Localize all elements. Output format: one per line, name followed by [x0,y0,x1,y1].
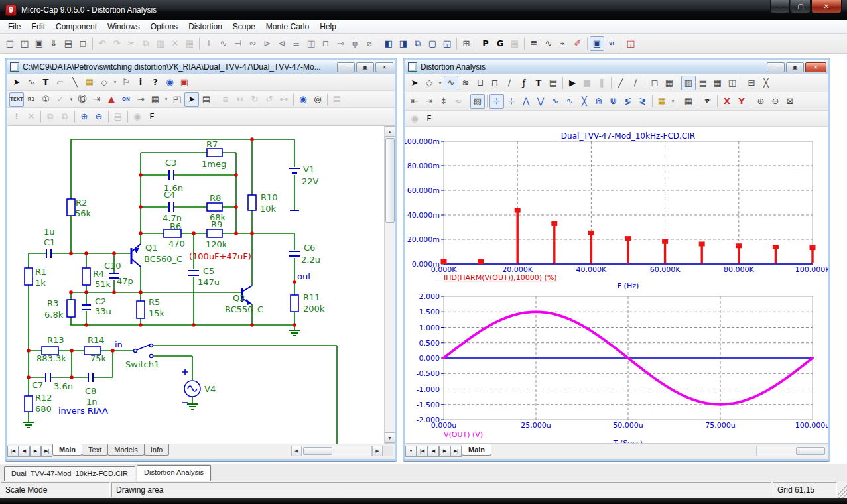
numeric-output-button[interactable]: ▦ [681,94,696,109]
hscroll-track[interactable] [302,446,372,456]
branch-dropdown[interactable]: ▾ [669,94,677,109]
schematic-window[interactable]: C:\MC9\DATA\Petrov\switching distortion\… [5,58,397,461]
inductor-component-button[interactable]: ∾ [245,36,260,51]
step-forward-button[interactable]: ⧉ [58,109,72,124]
pin-connections-button[interactable]: ⊸ [133,92,148,107]
state-display-button[interactable]: ON [119,92,133,107]
border-display-button[interactable]: ◰ [170,92,184,107]
cursor-horizontal-button[interactable]: ⊹ [489,94,504,109]
font-button[interactable]: F [145,109,159,124]
find-button[interactable]: ◉ [296,92,310,107]
tangent-button[interactable]: ╳ [759,76,773,90]
next-sheet-button[interactable]: ▶ [30,446,41,457]
analysis-maximize-button[interactable]: ▣ [786,62,804,72]
first-sheet-button[interactable]: |◀ [7,446,19,457]
capacitor-component-button[interactable]: ⊣ [231,36,245,51]
ground-component-button[interactable]: ⊥ [202,36,216,51]
menu-item[interactable]: Monte Carlo [261,21,314,32]
document-tab[interactable]: Dual_TVV-47-Mod_10kHz-FCD.CIR [4,466,135,481]
measure-horizontal-button[interactable]: ⊔ [473,76,488,90]
menu-item[interactable]: Scope [228,21,261,32]
current-display-button[interactable]: ⇥ [90,92,104,107]
first-page-button[interactable]: |◀ [417,446,428,457]
save-button[interactable]: ▣ [32,36,46,51]
scroll-down-icon[interactable]: ▼ [385,432,395,443]
help-mode-button[interactable]: ? [148,75,163,90]
analysis-minimize-button[interactable]: — [767,62,785,72]
menu-item[interactable]: Help [314,21,342,32]
pause-button[interactable]: ∥ [594,76,609,90]
diode-component-button[interactable]: ⊳ [260,36,275,51]
x-axis-settings-button[interactable]: X [720,94,734,109]
periodic-steady-state-button[interactable]: 'P' [700,94,715,109]
tile-horizontal-button[interactable]: ◨ [396,36,411,51]
select-all-button[interactable]: ▦ [182,36,197,51]
error-button[interactable]: ! [9,109,24,124]
rotate-button[interactable]: ↻ [247,92,262,107]
tag-horizontal-button[interactable]: ⇥ [422,94,436,109]
measure-vertical-button[interactable]: ⊓ [488,76,502,90]
scroll-up-icon[interactable]: ▲ [385,126,395,137]
schematic-window-titlebar[interactable]: C:\MC9\DATA\Petrov\switching distortion\… [7,60,395,74]
go-to-branch-button[interactable]: ▦ [655,94,669,109]
phase-source-button[interactable]: φ [348,36,362,51]
menu-item[interactable]: Component [50,21,102,32]
cut-button[interactable]: ✂ [124,36,139,51]
function-button[interactable]: ƒ [517,76,531,90]
macro-component-button[interactable]: ⌀ [362,36,377,51]
menu-item[interactable]: Windows [102,21,145,32]
line-mode-button[interactable]: ╲ [68,75,82,90]
text-attributes-button[interactable]: TEXT [9,92,24,107]
battery-component-button[interactable]: ≡ [289,36,304,51]
schematic-vscrollbar[interactable]: ▲ ▼ [384,126,395,443]
calculator-button[interactable]: ⊞ [459,36,474,51]
node-voltages-button[interactable]: VI [604,36,619,51]
cursor-vertical-button[interactable]: ⊹ [504,94,519,109]
sheet-tab[interactable]: Info [144,444,169,456]
horizontal-grid-button[interactable]: ▤ [696,76,710,90]
close-button[interactable]: ✕ [811,0,842,13]
sheet-tab[interactable]: Text [82,444,108,456]
text-mode-button[interactable]: T [38,75,53,90]
sheet-tab[interactable]: Models [107,444,144,456]
prev-page-button[interactable]: ◀ [428,446,439,457]
menu-item[interactable]: File [3,21,26,32]
mirror-button[interactable]: ⊷ [277,92,291,107]
component-mode-button[interactable]: ∿ [24,75,38,90]
data-points-button[interactable]: ◻ [647,76,662,90]
undo-button[interactable]: ↶ [95,36,109,51]
open-file-button[interactable]: ◳ [17,36,32,51]
opamp-component-button[interactable]: ◫ [304,36,318,51]
scroll-left-icon[interactable]: ◀ [291,446,302,456]
find-next-button[interactable]: ◎ [310,92,325,107]
link-button[interactable]: ◉ [163,75,177,90]
schematic-maximize-button[interactable]: ▣ [356,62,374,72]
tag-vertical-button[interactable]: ⇟ [436,94,451,109]
analysis-hscroll-track[interactable] [756,446,826,456]
schematic-minimize-button[interactable]: — [337,62,355,72]
cursor-mode-button[interactable]: ➤ [184,92,199,107]
grid-text-button[interactable]: G [493,36,507,51]
grid-dropdown[interactable]: ▾ [163,92,170,107]
valley-button[interactable]: ⋁ [533,94,548,109]
app-titlebar[interactable]: 9 Micro-Cap 9.0.5.0 - Distortion Analysi… [0,0,847,20]
schematic-close-button[interactable]: ✕ [375,62,393,72]
delete-button[interactable]: ✕ [168,36,182,51]
full-grid-button[interactable]: ▦ [710,76,725,90]
source-component-button[interactable]: ∿ [216,36,231,51]
waveform-source-button[interactable]: ∿ [541,36,556,51]
point-tag-button[interactable]: P [478,36,493,51]
bus-button[interactable]: ▦ [82,75,97,90]
font-button[interactable]: F [422,111,436,126]
analysis-window[interactable]: Distortion Analysis — ▣ ✕ ➤◇▾∿≋⊔⊓∕ƒT▤▶■∥… [403,58,830,461]
analysis-plot-area[interactable]: Dual_TVV-47-Mod_10kHz-FCD.CIR0.000m20.00… [405,127,828,443]
scope-mode-button[interactable]: ▣ [590,36,604,51]
cursor-window-button[interactable]: ▨ [470,94,485,109]
date-stamp-button[interactable]: ⑬ [75,92,90,107]
y-axis-settings-button[interactable]: Y [734,94,749,109]
global-high-button[interactable]: ⋓ [606,94,621,109]
next-page-button[interactable]: ▶ [439,446,450,457]
browser-button[interactable]: ◉ [130,109,145,124]
menu-item[interactable]: Options [145,21,183,32]
minimize-button[interactable]: — [770,0,790,13]
